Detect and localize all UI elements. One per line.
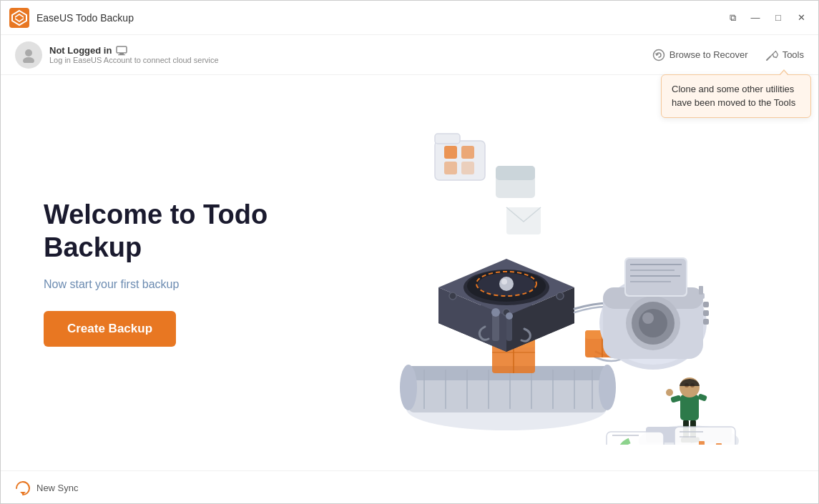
svg-rect-14	[461, 146, 474, 159]
window-controls: ⧉ — □ ✕	[724, 9, 810, 26]
illustration-area	[287, 75, 775, 470]
new-sync-button[interactable]: New Sync	[15, 481, 79, 495]
svg-point-65	[642, 312, 654, 324]
tools-tooltip: Clone and some other utilities have been…	[661, 74, 811, 118]
svg-point-9	[653, 49, 664, 60]
svg-point-49	[556, 292, 564, 300]
svg-point-46	[499, 277, 514, 291]
app-logo	[9, 8, 29, 28]
svg-rect-8	[118, 54, 125, 55]
user-section: Not Logged in Log in EaseUS Account to c…	[15, 41, 652, 69]
left-content: Welcome to Todo Backup Now start your fi…	[44, 199, 287, 347]
tools-button[interactable]: Tools	[765, 49, 804, 61]
svg-point-48	[449, 292, 456, 300]
browse-to-recover-label: Browse to Recover	[670, 49, 748, 60]
svg-rect-16	[461, 162, 474, 174]
svg-rect-11	[435, 141, 485, 180]
svg-rect-99	[607, 432, 664, 445]
svg-rect-93	[699, 441, 705, 445]
svg-rect-73	[699, 286, 703, 295]
titlebar: EaseUS Todo Backup ⧉ — □ ✕	[1, 1, 818, 35]
topbar: Not Logged in Log in EaseUS Account to c…	[1, 35, 818, 75]
login-status: Not Logged in	[49, 45, 112, 56]
svg-rect-52	[506, 316, 512, 341]
svg-rect-85	[697, 393, 707, 402]
avatar	[15, 41, 42, 69]
svg-rect-13	[444, 146, 457, 159]
user-info: Not Logged in Log in EaseUS Account to c…	[49, 45, 219, 64]
browse-to-recover-button[interactable]: Browse to Recover	[652, 49, 748, 61]
close-button[interactable]: ✕	[793, 9, 810, 26]
app-title: EaseUS Todo Backup	[36, 12, 724, 24]
new-sync-label: New Sync	[36, 483, 79, 493]
tools-label: Tools	[783, 49, 804, 60]
recover-icon	[652, 49, 665, 61]
svg-point-54	[506, 312, 513, 320]
main-content: Welcome to Todo Backup Now start your fi…	[1, 75, 818, 470]
svg-point-32	[400, 365, 417, 410]
bottombar: New Sync	[1, 470, 818, 504]
svg-rect-6	[117, 46, 127, 53]
monitor-icon	[116, 46, 127, 56]
svg-point-53	[491, 308, 500, 317]
svg-point-5	[23, 57, 34, 63]
not-logged-in-row: Not Logged in	[49, 45, 219, 56]
svg-point-4	[25, 49, 32, 56]
welcome-title: Welcome to Todo Backup	[44, 199, 287, 264]
svg-rect-84	[670, 395, 682, 402]
svg-rect-7	[119, 53, 124, 54]
maximize-button[interactable]: □	[770, 9, 787, 26]
svg-rect-75	[703, 310, 709, 316]
svg-point-47	[501, 279, 507, 285]
svg-rect-74	[703, 302, 709, 307]
svg-point-33	[599, 365, 616, 410]
topbar-actions: Browse to Recover Tools Clone and some o…	[652, 49, 804, 61]
svg-point-86	[666, 389, 673, 396]
restore-button[interactable]: ⧉	[724, 9, 741, 26]
user-description: Log in EaseUS Account to connect cloud s…	[49, 56, 219, 64]
svg-rect-15	[444, 162, 457, 174]
sync-icon	[15, 481, 31, 495]
tooltip-text: Clone and some other utilities have been…	[672, 84, 795, 109]
welcome-subtitle: Now start your first backup	[44, 278, 287, 291]
tools-icon	[765, 49, 778, 61]
svg-rect-76	[703, 319, 709, 325]
svg-point-64	[639, 309, 667, 337]
create-backup-button[interactable]: Create Backup	[44, 311, 176, 347]
svg-rect-90	[675, 427, 735, 445]
minimize-button[interactable]: —	[747, 9, 764, 26]
svg-rect-18	[496, 166, 535, 180]
svg-rect-83	[680, 395, 699, 420]
svg-rect-12	[435, 134, 460, 144]
svg-rect-95	[716, 443, 722, 445]
illustration	[324, 102, 739, 445]
